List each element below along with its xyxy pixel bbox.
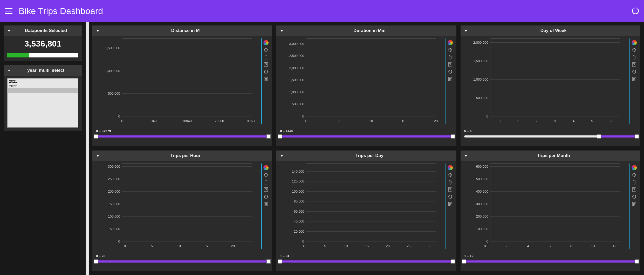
bokeh-logo-icon[interactable] (263, 40, 269, 45)
card-header: ▼Day of Week (461, 25, 640, 36)
slider-handle-high[interactable] (635, 259, 639, 264)
range-slider[interactable] (464, 134, 637, 139)
slider-handle-high[interactable] (451, 259, 455, 264)
y-tick-label: 100,000 (96, 214, 120, 218)
slider-handle-low[interactable] (278, 259, 282, 264)
year-option[interactable] (8, 88, 78, 93)
collapse-caret-icon[interactable]: ▼ (464, 29, 468, 33)
range-slider[interactable] (280, 259, 453, 264)
collapse-caret-icon[interactable]: ▼ (96, 154, 100, 158)
reset-icon[interactable] (263, 194, 269, 199)
year-option[interactable]: 2021 (8, 79, 78, 84)
hamburger-menu-icon[interactable] (5, 8, 12, 14)
bokeh-logo-icon[interactable] (448, 165, 453, 170)
save-icon[interactable] (448, 76, 453, 82)
range-slider[interactable] (96, 259, 269, 264)
range-slider[interactable] (464, 259, 637, 264)
save-icon[interactable] (448, 201, 453, 207)
collapse-caret-icon[interactable]: ▼ (280, 154, 284, 158)
slider-handle-low[interactable] (94, 134, 98, 139)
slider-fill (96, 135, 269, 138)
wheel-zoom-icon[interactable] (263, 55, 269, 60)
y-tick-label: 50,000 (96, 227, 120, 231)
collapse-caret-icon[interactable]: ▼ (7, 68, 11, 73)
pan-icon[interactable] (263, 172, 269, 178)
x-tick-label: 1 (517, 119, 519, 123)
year-multi-select[interactable]: 20212022 (7, 78, 78, 128)
x-tick-label: 28260 (215, 119, 224, 123)
slider-handle-high[interactable] (266, 134, 271, 139)
reset-icon[interactable] (632, 194, 637, 199)
box-zoom-icon[interactable] (448, 187, 453, 192)
x-tick-label: 0 (124, 244, 126, 248)
box-zoom-icon[interactable] (632, 187, 637, 192)
y-tick-label: 1,500,000 (96, 46, 120, 50)
box-zoom-icon[interactable] (632, 62, 637, 67)
bokeh-logo-icon[interactable] (263, 165, 269, 170)
y-tick-label: 0 (96, 114, 120, 118)
card-header: ▼Trips per Month (461, 150, 640, 161)
bokeh-logo-icon[interactable] (448, 40, 453, 45)
range-slider[interactable] (280, 134, 453, 139)
chart-body: 0500,0001,000,0001,500,0002,000,00001234… (464, 38, 637, 124)
bars (122, 164, 252, 241)
save-icon[interactable] (263, 201, 269, 207)
slider-handle-low[interactable] (597, 134, 601, 139)
plot-area[interactable]: 0100,000200,000300,000400,000500,000600,… (490, 163, 620, 241)
save-icon[interactable] (263, 76, 269, 82)
y-tick-label: 1,500,000 (464, 59, 488, 63)
plot-area[interactable]: 0500,0001,000,0001,500,0002,000,00001234… (490, 38, 620, 116)
year-option[interactable]: 2022 (8, 84, 78, 88)
slider-handle-high[interactable] (266, 259, 271, 264)
collapse-caret-icon[interactable]: ▼ (96, 29, 100, 33)
collapse-caret-icon[interactable]: ▼ (280, 29, 284, 33)
pan-icon[interactable] (632, 47, 637, 53)
save-icon[interactable] (632, 201, 637, 207)
slider-fill (280, 260, 453, 263)
plot-area[interactable]: 050,000100,000150,000200,000250,000300,0… (122, 163, 252, 241)
box-zoom-icon[interactable] (263, 62, 269, 67)
slider-handle-high[interactable] (635, 134, 639, 139)
range-slider[interactable] (96, 134, 269, 139)
box-zoom-icon[interactable] (448, 62, 453, 67)
wheel-zoom-icon[interactable] (448, 55, 453, 60)
x-tick-label: 0 (484, 244, 486, 248)
collapse-caret-icon[interactable]: ▼ (7, 29, 11, 33)
slider-handle-high[interactable] (451, 134, 455, 139)
slider-handle-low[interactable] (94, 259, 98, 264)
datapoints-card: ▼ Datapoints Selected 3,536,801 (4, 25, 82, 61)
save-icon[interactable] (632, 76, 637, 82)
plot-area[interactable]: 0500,0001,000,0001,500,0002,000,0002,500… (306, 38, 436, 116)
slider-fill (464, 260, 637, 263)
wheel-zoom-icon[interactable] (632, 180, 637, 185)
y-tick-label: 500,000 (464, 177, 488, 181)
wheel-zoom-icon[interactable] (263, 180, 269, 185)
bokeh-logo-icon[interactable] (632, 165, 637, 170)
slider-handle-low[interactable] (278, 134, 282, 139)
wheel-zoom-icon[interactable] (632, 55, 637, 60)
chart-card-month: ▼Trips per Month0100,000200,000300,00040… (461, 150, 640, 271)
vertical-divider[interactable] (86, 22, 89, 275)
pan-icon[interactable] (448, 47, 453, 53)
card-header: ▼ year_multi_select (4, 65, 82, 76)
slider-handle-low[interactable] (462, 259, 466, 264)
plot-area[interactable]: 0500,0001,000,0001,500,00009420188402826… (122, 38, 252, 116)
wheel-zoom-icon[interactable] (448, 180, 453, 185)
bokeh-logo-icon[interactable] (632, 40, 637, 45)
collapse-caret-icon[interactable]: ▼ (464, 154, 468, 158)
reset-icon[interactable] (448, 69, 453, 74)
x-tick-label: 15 (204, 244, 208, 248)
bars (306, 164, 436, 241)
reset-icon[interactable] (263, 69, 269, 74)
pan-icon[interactable] (632, 172, 637, 178)
pan-icon[interactable] (263, 47, 269, 53)
reset-icon[interactable] (448, 194, 453, 199)
pan-icon[interactable] (448, 172, 453, 178)
box-zoom-icon[interactable] (263, 187, 269, 192)
y-tick-label: 40,000 (280, 219, 304, 223)
grid-line (122, 241, 252, 241)
range-slider-label: 1 .. 12 (464, 254, 637, 258)
plot-toolbar (261, 38, 269, 124)
reset-icon[interactable] (632, 69, 637, 74)
plot-area[interactable]: 020,00040,00060,00080,000100,000120,0001… (306, 163, 436, 241)
